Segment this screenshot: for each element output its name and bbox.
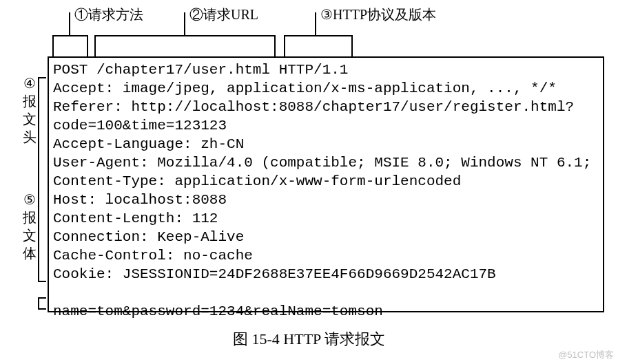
header-referer: Referer: http://localhost:8088/chapter17… bbox=[53, 99, 574, 115]
label-header-num: ④ bbox=[22, 74, 37, 92]
header-content-type: Content-Type: application/x-www-form-url… bbox=[53, 173, 461, 189]
bracket-url bbox=[94, 35, 276, 45]
header-connection: Connection: Keep-Alive bbox=[53, 229, 244, 245]
label-request-method: ①请求方法 bbox=[74, 6, 143, 24]
bracket-version-left bbox=[284, 45, 285, 56]
watermark: @51CTO博客 bbox=[558, 349, 614, 361]
label-request-url: ②请求URL bbox=[189, 6, 258, 24]
header-host: Host: localhost:8088 bbox=[53, 192, 227, 208]
label-body-1: 报 bbox=[22, 208, 37, 226]
label-header-1: 报 bbox=[22, 92, 37, 110]
bracket-header bbox=[38, 77, 46, 282]
stem-version bbox=[315, 12, 316, 35]
stem-url bbox=[184, 12, 185, 35]
figure-caption: 图 15-4 HTTP 请求报文 bbox=[0, 329, 618, 350]
header-content-length: Content-Length: 112 bbox=[53, 211, 218, 226]
label-body-2: 文 bbox=[22, 226, 37, 244]
header-cookie: Cookie: JSESSIONID=24DF2688E37EE4F66D966… bbox=[53, 266, 496, 282]
header-cache-control: Cache-Control: no-cache bbox=[53, 248, 253, 264]
request-body: name=tom&password=1234&realName=tomson bbox=[53, 303, 383, 319]
bracket-body bbox=[38, 297, 46, 310]
header-accept-language: Accept-Language: zh-CN bbox=[53, 136, 244, 152]
bracket-method-left bbox=[52, 45, 54, 56]
label-http-version: ③HTTP协议及版本 bbox=[320, 6, 436, 24]
label-body-3: 体 bbox=[22, 244, 37, 262]
header-accept: Accept: image/jpeg, application/x-ms-app… bbox=[53, 81, 557, 96]
header-referer-cont: code=100&time=123123 bbox=[53, 118, 227, 133]
bracket-method-right bbox=[87, 45, 88, 56]
bracket-method bbox=[52, 35, 88, 45]
bracket-version-right bbox=[351, 45, 353, 56]
header-user-agent: User-Agent: Mozilla/4.0 (compatible; MSI… bbox=[53, 155, 591, 171]
stem-method bbox=[69, 12, 70, 35]
http-message-box: POST /chapter17/user.html HTTP/1.1 Accep… bbox=[48, 56, 604, 312]
bracket-url-left bbox=[94, 45, 96, 56]
label-header-2: 文 bbox=[22, 110, 37, 128]
label-body-num: ⑤ bbox=[22, 191, 37, 208]
request-line: POST /chapter17/user.html HTTP/1.1 bbox=[53, 62, 348, 78]
bracket-url-right bbox=[274, 45, 276, 56]
label-header-3: 头 bbox=[22, 128, 37, 146]
bracket-version bbox=[284, 35, 353, 45]
